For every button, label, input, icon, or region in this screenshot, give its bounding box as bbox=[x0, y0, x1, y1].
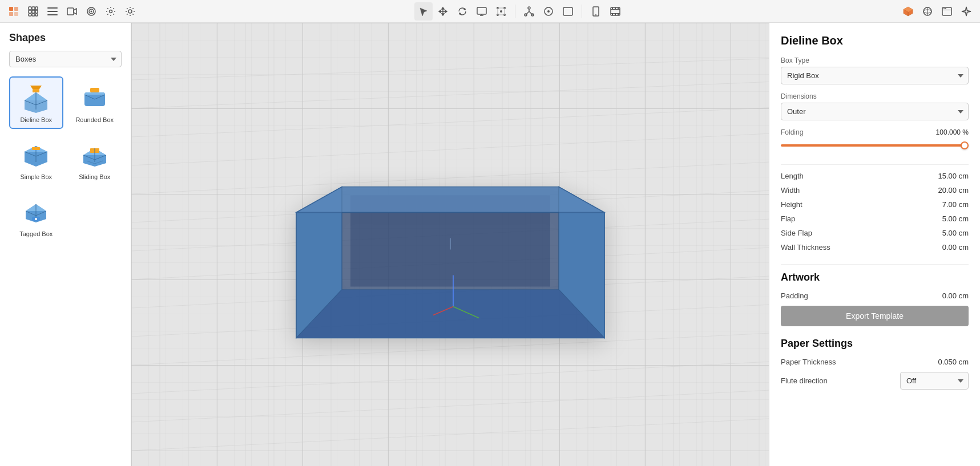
width-row: Width 20.00 cm bbox=[781, 186, 969, 194]
add-button[interactable] bbox=[5, 2, 23, 21]
folding-row: Folding 100.000 % bbox=[781, 128, 969, 136]
cube-button[interactable] bbox=[899, 2, 917, 21]
side-flap-label: Side Flap bbox=[781, 229, 812, 237]
paint-button[interactable] bbox=[559, 2, 577, 21]
flute-direction-select[interactable]: Off Horizontal Vertical bbox=[900, 372, 969, 390]
divider2 bbox=[781, 264, 969, 265]
screen-button[interactable] bbox=[473, 2, 491, 21]
category-select[interactable]: Boxes bbox=[9, 51, 122, 67]
film-button[interactable] bbox=[606, 2, 624, 21]
paper-thickness-label: Paper Thickness bbox=[781, 358, 836, 366]
shape-item-dieline-box[interactable]: Dieline Box bbox=[9, 76, 63, 129]
svg-rect-50 bbox=[33, 89, 39, 92]
box-type-select[interactable]: Rigid Box Folding Box Sleeve bbox=[781, 67, 969, 84]
svg-rect-33 bbox=[563, 7, 572, 15]
dieline-box-label: Dieline Box bbox=[20, 116, 52, 123]
hierarchy-button[interactable] bbox=[520, 2, 538, 21]
svg-rect-2 bbox=[9, 12, 13, 16]
sparkle-button[interactable] bbox=[957, 2, 975, 21]
svg-point-28 bbox=[528, 7, 530, 9]
svg-point-48 bbox=[943, 8, 945, 9]
shape-item-tagged-box[interactable]: Tagged Box bbox=[9, 191, 63, 243]
sun-button[interactable] bbox=[121, 2, 139, 21]
menu-button[interactable] bbox=[43, 2, 62, 21]
svg-rect-40 bbox=[618, 7, 619, 9]
folding-slider[interactable] bbox=[781, 144, 969, 147]
svg-rect-3 bbox=[14, 12, 18, 16]
svg-rect-13 bbox=[47, 7, 58, 9]
tagged-box-label: Tagged Box bbox=[19, 230, 53, 237]
padding-row: Padding 0.00 cm bbox=[781, 291, 969, 300]
export-template-button[interactable]: Export Template bbox=[781, 306, 969, 326]
tagged-box-icon bbox=[20, 196, 52, 228]
svg-rect-38 bbox=[612, 7, 613, 9]
dimensions-select[interactable]: Outer Inner bbox=[781, 103, 969, 120]
settings-button[interactable] bbox=[102, 2, 120, 21]
svg-rect-9 bbox=[35, 10, 38, 13]
svg-rect-43 bbox=[618, 14, 619, 15]
canvas-area[interactable] bbox=[131, 23, 769, 466]
flap-value: 5.00 cm bbox=[942, 214, 969, 223]
length-label: Length bbox=[781, 172, 804, 180]
wall-thickness-label: Wall Thickness bbox=[781, 243, 830, 252]
rotate-button[interactable] bbox=[453, 2, 471, 21]
svg-rect-15 bbox=[47, 14, 58, 15]
svg-rect-5 bbox=[32, 7, 35, 10]
node-button[interactable] bbox=[492, 2, 510, 21]
3d-box-container[interactable] bbox=[268, 112, 633, 376]
right-tools bbox=[899, 2, 975, 21]
side-flap-row: Side Flap 5.00 cm bbox=[781, 229, 969, 237]
paper-thickness-row: Paper Thickness 0.050 cm bbox=[781, 358, 969, 366]
move-button[interactable] bbox=[434, 2, 452, 21]
divider1 bbox=[781, 164, 969, 165]
grid-button[interactable] bbox=[24, 2, 42, 21]
rounded-box-icon bbox=[79, 82, 111, 114]
shapes-grid: Dieline Box Rounded Box bbox=[9, 76, 122, 243]
svg-point-49 bbox=[945, 8, 946, 9]
shape-item-sliding-box[interactable]: Sliding Box bbox=[68, 133, 122, 186]
window-button[interactable] bbox=[938, 2, 956, 21]
svg-rect-8 bbox=[32, 10, 35, 13]
phone-button[interactable] bbox=[587, 2, 605, 21]
dieline-box-icon bbox=[20, 82, 52, 114]
separator2 bbox=[582, 5, 582, 18]
video-button[interactable] bbox=[63, 2, 81, 21]
svg-rect-47 bbox=[942, 10, 951, 10]
svg-rect-41 bbox=[612, 14, 613, 15]
svg-rect-10 bbox=[29, 14, 31, 16]
svg-point-34 bbox=[595, 14, 596, 15]
cursor-button[interactable] bbox=[414, 2, 433, 21]
svg-rect-22 bbox=[477, 7, 486, 14]
panel-title: Dieline Box bbox=[781, 34, 969, 47]
svg-rect-14 bbox=[47, 11, 58, 12]
main-area: Shapes Boxes Dieline Box bbox=[0, 23, 980, 466]
rotate3d-button[interactable] bbox=[918, 2, 937, 21]
side-flap-value: 5.00 cm bbox=[942, 229, 969, 237]
wall-thickness-row: Wall Thickness 0.00 cm bbox=[781, 243, 969, 252]
flute-direction-row: Flute direction Off Horizontal Vertical bbox=[781, 372, 969, 390]
folding-slider-container bbox=[781, 140, 969, 148]
folding-label: Folding bbox=[781, 128, 803, 136]
box-type-label: Box Type bbox=[781, 56, 969, 64]
wall-thickness-value: 0.00 cm bbox=[942, 243, 969, 252]
shape-item-rounded-box[interactable]: Rounded Box bbox=[68, 76, 122, 129]
svg-point-55 bbox=[35, 218, 37, 220]
shape-item-simple-box[interactable]: Simple Box bbox=[9, 133, 63, 186]
sliding-box-icon bbox=[79, 139, 111, 171]
svg-rect-12 bbox=[35, 14, 38, 16]
simple-box-icon bbox=[20, 139, 52, 171]
svg-rect-4 bbox=[29, 7, 31, 10]
circle-tool-button[interactable] bbox=[539, 2, 558, 21]
toolbar bbox=[0, 0, 980, 23]
svg-rect-52 bbox=[32, 147, 40, 150]
target-button[interactable] bbox=[82, 2, 100, 21]
flap-label: Flap bbox=[781, 214, 795, 223]
flap-row: Flap 5.00 cm bbox=[781, 214, 969, 223]
dimensions-label: Dimensions bbox=[781, 92, 969, 100]
height-value: 7.00 cm bbox=[942, 200, 969, 209]
simple-box-label: Simple Box bbox=[20, 173, 52, 180]
svg-marker-112 bbox=[296, 289, 604, 338]
svg-rect-11 bbox=[32, 14, 35, 16]
svg-rect-42 bbox=[615, 14, 616, 15]
height-row: Height 7.00 cm bbox=[781, 200, 969, 209]
